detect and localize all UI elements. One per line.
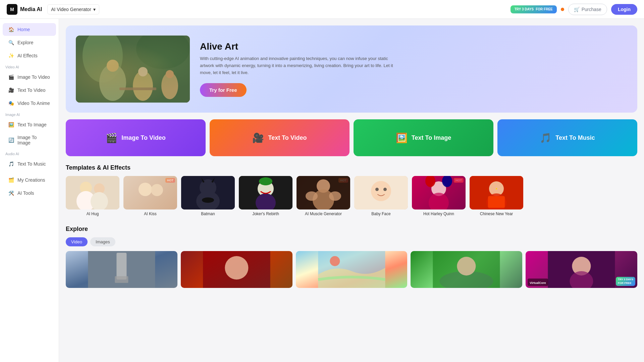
explore-icon: 🔍 bbox=[8, 40, 14, 46]
try3-line1: TRY 3 DAYS bbox=[618, 278, 633, 281]
try-free-banner[interactable]: TRY 3 DAYS FOR FREE bbox=[511, 5, 557, 13]
template-ai-kiss-label: AI Kiss bbox=[123, 212, 177, 216]
explore-section-title: Explore bbox=[66, 226, 637, 233]
main-layout: 🏠 Home 🔍 Explore ✨ AI Effects Video AI 🎬… bbox=[0, 19, 644, 362]
sidebar-label-image-to-video: Image To Video bbox=[17, 74, 50, 80]
sidebar-item-image-to-image[interactable]: 🔄 Image To Image bbox=[3, 131, 56, 149]
purchase-label: Purchase bbox=[582, 7, 601, 12]
template-hot-harley-quinn[interactable]: HOT Hot Harley Quinn bbox=[412, 176, 466, 216]
template-chinese-new-year[interactable]: Chinese New Year bbox=[470, 176, 523, 216]
svg-point-31 bbox=[306, 191, 318, 201]
sidebar-item-home[interactable]: 🏠 Home bbox=[3, 23, 56, 36]
template-baby-face[interactable]: Baby Face bbox=[354, 176, 408, 216]
feature-cards: 🎬 Image To Video 🎥 Text To Video 🖼️ Text… bbox=[66, 119, 637, 156]
card-text-to-image[interactable]: 🖼️ Text To Image bbox=[354, 119, 493, 156]
card-text-to-music[interactable]: 🎵 Text To Music bbox=[497, 119, 637, 156]
image-to-video-icon: 🎬 bbox=[8, 74, 14, 80]
explore-tabs: Video Images bbox=[66, 237, 637, 246]
try3-line2: FOR FREE bbox=[618, 282, 633, 285]
text-to-image-card-icon: 🖼️ bbox=[396, 132, 408, 143]
login-button[interactable]: Login bbox=[611, 4, 637, 15]
template-baby-face-label: Baby Face bbox=[354, 212, 408, 216]
sidebar-item-text-to-image[interactable]: 🖼️ Text To Image bbox=[3, 118, 56, 131]
svg-point-57 bbox=[457, 257, 476, 276]
svg-point-46 bbox=[496, 188, 497, 189]
svg-point-8 bbox=[161, 72, 178, 99]
svg-point-16 bbox=[139, 183, 152, 196]
cart-icon: 🛒 bbox=[574, 7, 580, 12]
sidebar-item-ai-tools[interactable]: 🛠️ AI Tools bbox=[3, 187, 56, 199]
text-to-image-card-label: Text To Image bbox=[412, 134, 451, 141]
muscle-svg bbox=[297, 176, 350, 209]
card-text-to-video[interactable]: 🎥 Text To Video bbox=[210, 119, 350, 156]
sidebar-label-ai-effects: AI Effects bbox=[17, 53, 38, 58]
svg-point-36 bbox=[383, 188, 387, 191]
explore-item-1[interactable] bbox=[66, 251, 177, 288]
sidebar-label-text-to-music: Text To Music bbox=[17, 161, 46, 167]
template-chinese-new-year-thumb bbox=[470, 176, 523, 209]
nav-dropdown[interactable]: AI Video Generator ▾ bbox=[47, 4, 99, 14]
explore-item-4[interactable] bbox=[411, 251, 522, 288]
svg-point-54 bbox=[330, 256, 340, 266]
explore-2-svg bbox=[181, 251, 292, 288]
chevron-down-icon: ▾ bbox=[93, 7, 96, 12]
template-hot-harley-quinn-thumb: HOT bbox=[412, 176, 466, 209]
svg-rect-7 bbox=[119, 87, 156, 90]
template-ai-hug[interactable]: AI Hug bbox=[66, 176, 119, 216]
sidebar-label-my-creations: My Creations bbox=[17, 177, 45, 183]
explore-tab-video[interactable]: Video bbox=[66, 237, 88, 246]
svg-point-6 bbox=[138, 67, 148, 76]
template-jokers-rebirth-thumb bbox=[239, 176, 292, 209]
text-to-image-icon: 🖼️ bbox=[8, 122, 14, 128]
template-jokers-rebirth[interactable]: Joker's Rebirth bbox=[239, 176, 292, 216]
template-batman-label: Batman bbox=[181, 212, 235, 216]
explore-grid: TRY 3 DAYS FOR FREE VirtualCore bbox=[66, 251, 637, 288]
template-batman-thumb bbox=[181, 176, 235, 209]
try-3-days-badge: TRY 3 DAYS FOR FREE bbox=[616, 277, 635, 286]
explore-item-3[interactable] bbox=[296, 251, 408, 288]
sidebar-item-my-creations[interactable]: 🗂️ My Creations bbox=[3, 174, 56, 186]
sidebar-section-audio-ai: Audio AI bbox=[0, 149, 59, 157]
explore-item-5[interactable]: TRY 3 DAYS FOR FREE VirtualCore bbox=[526, 251, 637, 288]
sidebar-label-home: Home bbox=[17, 27, 30, 32]
card-image-to-video[interactable]: 🎬 Image To Video bbox=[66, 119, 206, 156]
my-creations-icon: 🗂️ bbox=[8, 177, 14, 183]
sidebar-item-ai-effects[interactable]: ✨ AI Effects bbox=[3, 49, 56, 62]
explore-tab-images[interactable]: Images bbox=[90, 237, 115, 246]
template-hot-harley-quinn-label: Hot Harley Quinn bbox=[412, 212, 466, 216]
sidebar-label-text-to-video: Text To Video bbox=[17, 87, 46, 93]
sidebar-item-text-to-music[interactable]: 🎵 Text To Music bbox=[3, 158, 56, 170]
template-ai-muscle-label: AI Muscle Generator bbox=[297, 212, 350, 216]
text-to-music-card-icon: 🎵 bbox=[540, 132, 551, 143]
explore-1-svg bbox=[66, 251, 177, 288]
svg-rect-45 bbox=[488, 196, 505, 208]
sidebar-item-explore[interactable]: 🔍 Explore bbox=[3, 36, 56, 49]
svg-rect-48 bbox=[116, 253, 126, 280]
svg-point-9 bbox=[166, 70, 174, 78]
template-jokers-rebirth-label: Joker's Rebirth bbox=[239, 212, 292, 216]
svg-point-23 bbox=[202, 197, 214, 203]
template-batman[interactable]: Batman bbox=[181, 176, 235, 216]
harley-svg bbox=[412, 176, 466, 209]
sidebar-item-text-to-video[interactable]: 🎥 Text To Video bbox=[3, 84, 56, 97]
ai-hug-svg bbox=[66, 176, 119, 209]
hero-description: With cutting-edge AI animation and innov… bbox=[200, 55, 401, 76]
sidebar-label-explore: Explore bbox=[17, 40, 33, 45]
template-ai-kiss-thumb: HOT bbox=[123, 176, 177, 209]
header-right: TRY 3 DAYS FOR FREE 🛒 Purchase Login bbox=[511, 4, 637, 15]
try-free-banner-line2: FOR FREE bbox=[536, 7, 553, 11]
sidebar-item-image-to-video[interactable]: 🎬 Image To Video bbox=[3, 71, 56, 83]
sidebar-item-video-to-anime[interactable]: 🎭 Video To Anime bbox=[3, 97, 56, 110]
template-ai-hug-label: AI Hug bbox=[66, 212, 119, 216]
templates-section-title: Templates & AI Effects bbox=[66, 164, 637, 171]
ai-tools-icon: 🛠️ bbox=[8, 190, 14, 196]
hero-cta-button[interactable]: Try for Free bbox=[200, 83, 247, 97]
text-to-music-icon: 🎵 bbox=[8, 161, 14, 167]
explore-item-2[interactable] bbox=[181, 251, 292, 288]
template-ai-kiss[interactable]: HOT AI Kiss bbox=[123, 176, 177, 216]
logo-text: Media AI bbox=[20, 6, 42, 12]
header-left: M Media AI AI Video Generator ▾ bbox=[7, 4, 99, 15]
purchase-button[interactable]: 🛒 Purchase bbox=[568, 4, 607, 15]
img-to-video-card-label: Image To Video bbox=[121, 134, 165, 141]
template-ai-muscle[interactable]: HOT AI Muscle Generator bbox=[297, 176, 350, 216]
